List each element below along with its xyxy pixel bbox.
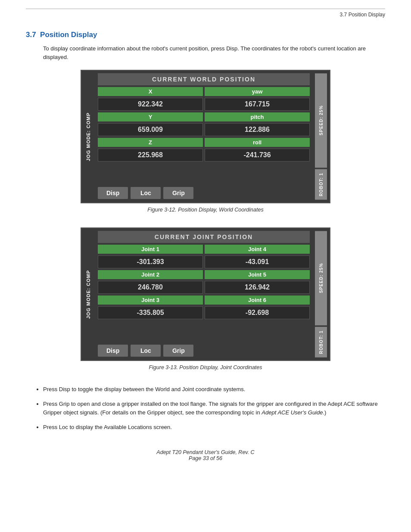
joint-speed-label: SPEED: 25% <box>315 231 327 325</box>
page-container: 3.7 Position Display 3.7 Position Displa… <box>0 0 411 532</box>
joint-grip-button[interactable]: Grip <box>163 345 193 357</box>
world-cell-label-roll: roll <box>205 138 310 147</box>
top-header: 3.7 Position Display <box>26 12 385 18</box>
joint-right-panel: SPEED: 25% ROBOT: 1 <box>312 228 330 360</box>
joint-left-label: JOG MODE: COMP <box>81 228 95 360</box>
world-robot-label: ROBOT: 1 <box>315 169 327 200</box>
joint-figure-container: JOG MODE: COMP CURRENT JOINT POSITION Jo… <box>26 227 385 381</box>
world-grip-button[interactable]: Grip <box>163 187 193 199</box>
world-cell-value-yaw: 167.715 <box>205 98 310 111</box>
bullet-item-2: Press Grip to open and close a gripper i… <box>43 400 385 417</box>
bullet-text-2b: .) <box>323 409 326 416</box>
bullet-item-1: Press Disp to toggle the display between… <box>43 385 385 394</box>
joint-loc-button[interactable]: Loc <box>131 345 161 357</box>
joint-right-column: Joint 4 -43.091 Joint 5 126.942 Joint 6 … <box>205 245 310 341</box>
world-cell-label-z: Z <box>98 138 203 147</box>
section-title: 3.7 Position Display <box>26 31 385 39</box>
joint-pendant-grid: Joint 1 -301.393 Joint 2 246.780 Joint 3… <box>95 245 312 341</box>
world-left-label: JOG MODE: COMP <box>81 71 95 202</box>
page-footer: Adept T20 Pendant User's Guide, Rev. C P… <box>26 449 385 461</box>
joint-cell-value-j5: 126.942 <box>205 281 310 294</box>
bullet-text-2-italic: Adept ACE User's Guide <box>262 409 323 416</box>
joint-cell-label-j4: Joint 4 <box>205 245 310 254</box>
joint-cell-label-j6: Joint 6 <box>205 296 310 305</box>
world-cell-value-y: 659.009 <box>98 123 203 136</box>
section-intro: To display coordinate information about … <box>43 44 385 61</box>
world-pendant: JOG MODE: COMP CURRENT WORLD POSITION X … <box>81 70 330 203</box>
joint-cell-value-j3: -335.805 <box>98 306 203 319</box>
world-right-column: yaw 167.715 pitch 122.886 roll -241.736 <box>205 87 310 184</box>
joint-cell-value-j6: -92.698 <box>205 306 310 319</box>
world-figure-container: JOG MODE: COMP CURRENT WORLD POSITION X … <box>26 70 385 223</box>
joint-cell-label-j5: Joint 5 <box>205 270 310 279</box>
footer-line1: Adept T20 Pendant User's Guide, Rev. C <box>26 449 385 455</box>
world-cell-label-y: Y <box>98 112 203 121</box>
joint-cell-value-j1: -301.393 <box>98 255 203 268</box>
joint-robot-label: ROBOT: 1 <box>315 327 327 358</box>
bullet-list: Press Disp to toggle the display between… <box>34 385 385 432</box>
top-rule <box>26 9 385 9</box>
joint-left-column: Joint 1 -301.393 Joint 2 246.780 Joint 3… <box>98 245 203 341</box>
world-cell-label-x: X <box>98 87 203 96</box>
world-loc-button[interactable]: Loc <box>131 187 161 199</box>
joint-disp-button[interactable]: Disp <box>98 345 128 357</box>
world-pendant-buttons: Disp Loc Grip <box>95 184 312 202</box>
world-cell-value-z: 225.968 <box>98 149 203 162</box>
world-left-column: X 922.342 Y 659.009 Z 225.968 <box>98 87 203 184</box>
bullet-text-2a: Press Grip to open and close a gripper i… <box>43 401 378 416</box>
world-figure-caption: Figure 3-12. Position Display, World Coo… <box>147 207 263 213</box>
joint-cell-value-j4: -43.091 <box>205 255 310 268</box>
world-cell-label-pitch: pitch <box>205 112 310 121</box>
world-cell-value-pitch: 122.886 <box>205 123 310 136</box>
world-title-bar: CURRENT WORLD POSITION <box>98 73 310 85</box>
joint-cell-label-j3: Joint 3 <box>98 296 203 305</box>
bullet-text-3: Press Loc to display the Available Locat… <box>43 424 172 430</box>
world-speed-label: SPEED: 25% <box>315 73 327 168</box>
world-pendant-main: CURRENT WORLD POSITION X 922.342 Y 659.0… <box>95 71 312 202</box>
world-pendant-grid: X 922.342 Y 659.009 Z 225.968 yaw 167.71… <box>95 87 312 184</box>
header-label: 3.7 Position Display <box>340 12 385 18</box>
footer-line2: Page 33 of 56 <box>26 455 385 461</box>
joint-pendant-buttons: Disp Loc Grip <box>95 341 312 360</box>
world-cell-label-yaw: yaw <box>205 87 310 96</box>
joint-cell-value-j2: 246.780 <box>98 281 203 294</box>
joint-cell-label-j2: Joint 2 <box>98 270 203 279</box>
world-right-panel: SPEED: 25% ROBOT: 1 <box>312 71 330 202</box>
joint-pendant: JOG MODE: COMP CURRENT JOINT POSITION Jo… <box>81 227 330 361</box>
world-cell-value-x: 922.342 <box>98 98 203 111</box>
joint-cell-label-j1: Joint 1 <box>98 245 203 254</box>
bullet-text-1: Press Disp to toggle the display between… <box>43 386 245 392</box>
world-cell-value-roll: -241.736 <box>205 149 310 162</box>
joint-figure-caption: Figure 3-13. Position Display, Joint Coo… <box>149 364 262 370</box>
world-disp-button[interactable]: Disp <box>98 187 128 199</box>
joint-pendant-main: CURRENT JOINT POSITION Joint 1 -301.393 … <box>95 228 312 360</box>
bullet-item-3: Press Loc to display the Available Locat… <box>43 423 385 432</box>
joint-title-bar: CURRENT JOINT POSITION <box>98 231 310 243</box>
